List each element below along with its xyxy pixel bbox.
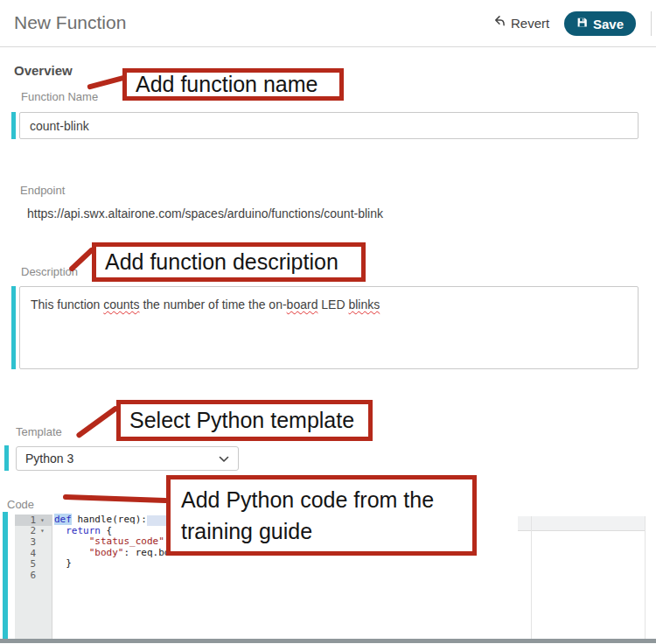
callout-line-template <box>75 405 119 438</box>
revert-button[interactable]: Revert <box>492 15 549 32</box>
editor-right-edge <box>645 516 646 639</box>
callout-text: Add function description <box>105 249 361 275</box>
callout-box-code: Add Python code from the training guide <box>166 475 477 556</box>
callout-box-template: Select Python template <box>116 400 373 441</box>
header-divider <box>0 46 656 47</box>
callout-text: training guide <box>181 515 472 547</box>
horizontal-scrollbar[interactable] <box>0 639 656 643</box>
callout-box-description: Add function description <box>92 242 366 282</box>
page-title: New Function <box>14 12 126 33</box>
new-function-page: New Function Revert Save Overview Functi… <box>0 0 656 644</box>
template-selected-value: Python 3 <box>25 452 219 466</box>
template-accent-bar <box>4 445 9 471</box>
callout-box-function-name: Add function name <box>122 68 344 101</box>
undo-arrow-icon <box>492 15 506 32</box>
code-accent-bar <box>3 512 8 640</box>
callout-text: Select Python template <box>129 408 368 433</box>
code-label: Code <box>7 498 34 511</box>
callout-line-code <box>63 494 168 503</box>
editor-right-strip <box>518 516 645 531</box>
function-name-accent-bar <box>11 112 16 139</box>
floppy-disk-icon <box>576 17 588 31</box>
function-name-input[interactable] <box>19 112 639 139</box>
endpoint-label: Endpoint <box>20 184 65 197</box>
template-label: Template <box>16 425 62 438</box>
description-accent-bar <box>11 286 16 369</box>
function-name-label: Function Name <box>21 90 98 103</box>
revert-label: Revert <box>511 16 549 31</box>
chevron-down-icon <box>219 451 229 466</box>
callout-text: Add Python code from the <box>181 484 472 515</box>
save-button[interactable]: Save <box>564 11 636 36</box>
save-label: Save <box>593 17 624 32</box>
editor-right-divider <box>531 516 532 639</box>
code-gutter: 1▾2▾3456 <box>15 514 52 639</box>
callout-text: Add function name <box>136 72 339 97</box>
template-select[interactable]: Python 3 <box>16 446 239 471</box>
description-textarea[interactable]: This function counts the number of time … <box>19 286 639 369</box>
header-edge-divider <box>651 11 652 36</box>
overview-heading: Overview <box>14 63 73 78</box>
endpoint-url: https://api.swx.altairone.com/spaces/ard… <box>27 206 383 220</box>
